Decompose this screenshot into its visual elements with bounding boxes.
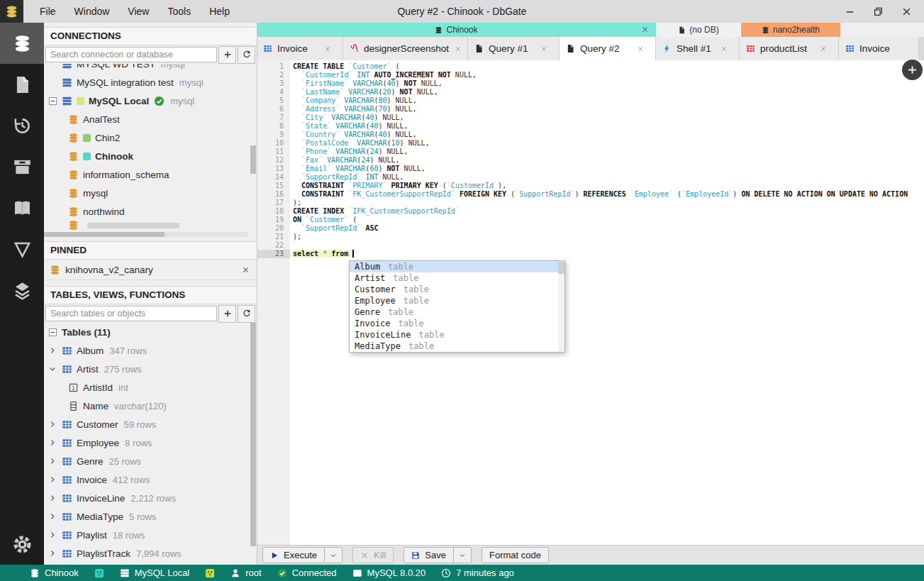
- column-row[interactable]: 1ArtistIdint: [44, 378, 257, 397]
- tab-query-1[interactable]: Query #1: [468, 37, 560, 60]
- connection-row[interactable]: MySQL integration testmysql: [44, 73, 257, 92]
- hscroll-thumb[interactable]: [44, 232, 165, 237]
- row-count: 8 rows: [125, 438, 152, 448]
- autocomplete-item[interactable]: Artisttable: [350, 272, 564, 284]
- rail-item-plugins[interactable]: [0, 270, 44, 311]
- status-database-color[interactable]: [94, 568, 104, 578]
- table-row[interactable]: Artist275 rows: [44, 360, 257, 378]
- autocomplete-item[interactable]: Employeetable: [350, 295, 564, 306]
- database-row[interactable]: information_schema: [44, 165, 257, 184]
- rail-item-settings[interactable]: [0, 524, 44, 565]
- database-row[interactable]: AnalTest: [44, 110, 257, 128]
- autocomplete-item[interactable]: Albumtable: [350, 261, 564, 272]
- close-tab-icon[interactable]: [449, 45, 462, 52]
- autocomplete-item[interactable]: Customertable: [350, 284, 564, 295]
- database-row[interactable]: Chin2: [44, 128, 257, 147]
- status-connection-status[interactable]: Connected: [277, 568, 337, 578]
- autocomplete-item[interactable]: Invoicetable: [350, 318, 564, 329]
- database-row[interactable]: Chinook: [44, 147, 257, 165]
- tab-group-chinook[interactable]: Chinook: [257, 23, 657, 37]
- dropdown-arrow-button[interactable]: [453, 548, 471, 563]
- column-row[interactable]: Namevarchar(120): [44, 397, 257, 415]
- status-database[interactable]: Chinook: [30, 568, 79, 578]
- status-connection-color[interactable]: [205, 568, 215, 578]
- execute-button[interactable]: Execute: [262, 547, 343, 563]
- close-tab-icon[interactable]: [318, 45, 331, 52]
- refresh-tables-button[interactable]: [238, 305, 255, 323]
- close-tab-icon[interactable]: [814, 45, 827, 52]
- history-icon: [13, 116, 32, 135]
- rail-item-files[interactable]: [0, 64, 44, 105]
- close-button[interactable]: [898, 4, 914, 19]
- add-connection-button[interactable]: [218, 46, 236, 64]
- add-table-button[interactable]: [218, 305, 236, 323]
- save-button[interactable]: Save: [403, 547, 472, 563]
- menu-help[interactable]: Help: [200, 0, 239, 23]
- minimize-button[interactable]: [842, 4, 857, 19]
- line-number-gutter: 1234567891011121314151617181920212223: [257, 60, 290, 546]
- menu-window[interactable]: Window: [65, 0, 119, 23]
- database-row[interactable]: mysql: [44, 184, 257, 202]
- refresh-connections-button[interactable]: [238, 46, 255, 64]
- close-tab-icon[interactable]: [631, 45, 644, 52]
- kill-button[interactable]: Kill: [352, 547, 394, 563]
- new-tab-button[interactable]: [902, 60, 923, 80]
- autocomplete-item[interactable]: InvoiceLinetable: [350, 329, 564, 341]
- tab-invoice[interactable]: Invoice: [839, 37, 919, 60]
- status-connection[interactable]: MySQL Local: [120, 568, 190, 578]
- pinned-item[interactable]: knihovna_v2_canary: [44, 260, 257, 280]
- table-row[interactable]: Customer59 rows: [44, 415, 257, 433]
- table-row[interactable]: Album347 rows: [44, 341, 257, 360]
- table-row[interactable]: Tables (11): [44, 323, 257, 341]
- dropdown-arrow-button[interactable]: [324, 548, 342, 563]
- rail-item-history[interactable]: [0, 105, 44, 146]
- close-group-icon[interactable]: [641, 26, 649, 33]
- tables-search-input[interactable]: [45, 306, 217, 321]
- format-code-button[interactable]: Format code: [482, 547, 549, 563]
- tab-query-2[interactable]: Query #2: [560, 37, 656, 60]
- table-row[interactable]: InvoiceLine2,212 rows: [44, 489, 257, 507]
- tab-shell-1[interactable]: Shell #1: [656, 37, 740, 60]
- restore-button[interactable]: [870, 4, 886, 19]
- table-row[interactable]: Invoice412 rows: [44, 470, 257, 489]
- connections-hscrollbar[interactable]: [44, 232, 248, 237]
- table-row[interactable]: PlaylistTrack7,994 rows: [44, 544, 257, 563]
- connections-search-input[interactable]: [45, 47, 217, 62]
- close-tab-icon[interactable]: [535, 45, 547, 52]
- unpin-icon[interactable]: [242, 266, 250, 274]
- tab-group--no-db-[interactable]: (no DB): [657, 23, 741, 37]
- close-tab-icon[interactable]: [715, 45, 728, 52]
- rail-item-archive[interactable]: [0, 146, 44, 187]
- tab-invoice[interactable]: Invoice: [257, 37, 343, 60]
- connection-row-clipped-bottom[interactable]: [44, 221, 257, 230]
- connection-row-clipped[interactable]: MYSQL WD TESTmysql: [44, 64, 257, 73]
- row-count: 347 rows: [109, 345, 147, 356]
- engine-label: mysql: [179, 77, 204, 88]
- tab-productlist[interactable]: productList: [740, 37, 839, 60]
- database-row[interactable]: northwind: [44, 202, 257, 221]
- menu-view[interactable]: View: [118, 0, 158, 23]
- connection-row[interactable]: MySQL Localmysql: [44, 92, 257, 110]
- rail-item-docs[interactable]: [0, 187, 44, 228]
- table-row[interactable]: Employee8 rows: [44, 433, 257, 452]
- files-icon: [13, 75, 32, 94]
- status-server-version[interactable]: MySQL 8.0.20: [352, 568, 426, 578]
- table-row[interactable]: Genre25 rows: [44, 452, 257, 470]
- table-row[interactable]: MediaType5 rows: [44, 507, 257, 526]
- rail-item-filters[interactable]: [0, 228, 44, 270]
- autocomplete-item[interactable]: MediaTypetable: [350, 341, 564, 352]
- autocomplete-item[interactable]: Genretable: [350, 306, 564, 318]
- connections-scrollbar[interactable]: [250, 145, 256, 174]
- tab-group-nano2health[interactable]: nano2health: [741, 23, 841, 37]
- status-user[interactable]: root: [230, 568, 261, 578]
- sql-editor[interactable]: 1234567891011121314151617181920212223 CR…: [257, 60, 924, 546]
- chevron-right-icon: [48, 420, 57, 428]
- status-last-refresh[interactable]: 7 minutes ago: [441, 568, 514, 578]
- menu-file[interactable]: File: [30, 0, 65, 23]
- tables-scrollbar[interactable]: [250, 323, 256, 546]
- autocomplete-scrollbar[interactable]: [558, 261, 564, 352]
- table-row[interactable]: Playlist18 rows: [44, 526, 257, 544]
- rail-item-databases[interactable]: [0, 23, 44, 64]
- tab-designerscreenshot[interactable]: designerScreenshot: [343, 37, 468, 60]
- menu-tools[interactable]: Tools: [158, 0, 200, 23]
